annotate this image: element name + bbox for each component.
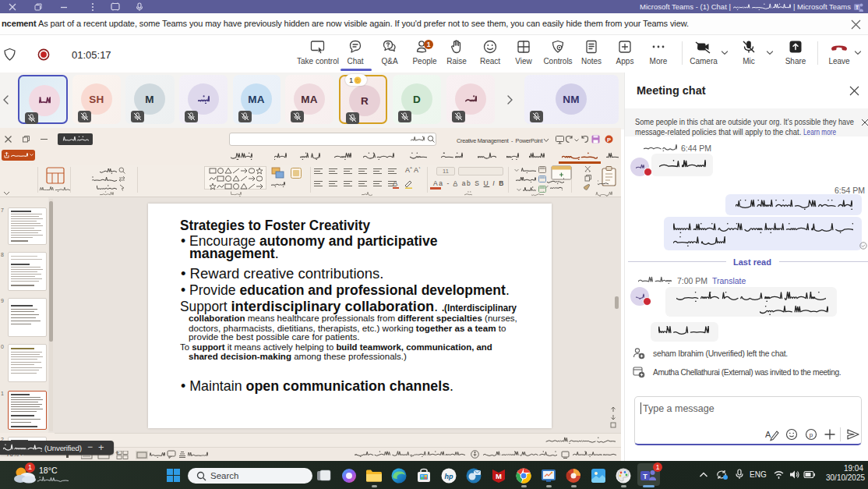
svg-text:1: 1 <box>427 41 431 48</box>
svg-text:A: A <box>765 430 771 439</box>
svg-text:p: p <box>810 431 813 438</box>
svg-text:hp: hp <box>445 473 453 480</box>
svg-text:P: P <box>607 136 611 144</box>
svg-text:T: T <box>643 473 647 480</box>
svg-text:M: M <box>496 472 502 480</box>
svg-text:T: T <box>856 5 859 10</box>
